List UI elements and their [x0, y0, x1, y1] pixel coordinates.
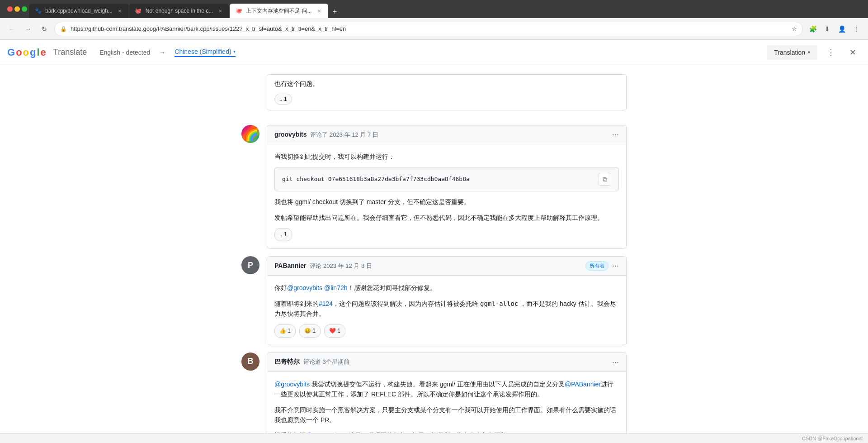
comment-more-button-baziteir[interactable]: ··· — [612, 357, 619, 367]
comment-header-groovybits: groovybits 评论了 2023 年 12 月 7 日 ··· — [267, 125, 626, 144]
lang-arrow-icon: → — [159, 49, 165, 56]
baziteir-text-2: 我不介意同时实施一个黑客解决方案，只要主分支或某个分支有一个我可以开始使用的工作… — [274, 405, 619, 425]
groovybits-reaction-dots[interactable]: .. 1 — [274, 228, 292, 241]
simple-comment-top: 也有这个问题。 .. 1 — [267, 74, 627, 110]
nav-actions: 🧩 ⬇ 👤 ⋮ — [807, 23, 863, 35]
comment-action-baziteir: 评论道 3个星期前 — [303, 358, 349, 365]
comment-content-groovybits: 当我切换到此提交时，我可以构建并运行： git checkout 07e6516… — [267, 144, 626, 248]
groovybits-text-2: 我也将 ggml/ checkout 切换到了 master 分支，但不确定这是… — [274, 197, 619, 207]
google-o2: o — [23, 47, 29, 58]
window-close-button[interactable] — [7, 6, 13, 12]
bottom-bar: CSDN @FakeOccupational — [0, 433, 868, 443]
browser-frame: 🐾 bark.cpp/download_weigh... ✕ 🐙 Not eno… — [0, 0, 868, 443]
comment-pabannier: P PABannier 评论 2023 年 12 月 8 日 所有者 ··· — [241, 256, 627, 345]
owner-badge: 所有者 — [585, 261, 609, 271]
comment-header-right-baziteir: ··· — [612, 357, 619, 367]
comment-more-button-groovybits[interactable]: ··· — [612, 130, 619, 139]
new-tab-button[interactable]: + — [329, 5, 341, 18]
title-bar: 🐾 bark.cpp/download_weigh... ✕ 🐙 Not eno… — [0, 0, 868, 18]
nav-bar: ← → ↻ 🔒 https://github-com.translate.goo… — [0, 18, 868, 40]
avatar-pabannier: P — [241, 256, 259, 274]
comment-content-baziteir: @groovybits 我尝试切换提交但不运行，构建失败。看起来 ggml/ 正… — [267, 372, 626, 433]
menu-button[interactable]: ⋮ — [850, 23, 863, 35]
author-pabannier: PABannier — [274, 262, 307, 269]
groovybits-reactions: .. 1 — [274, 228, 619, 241]
tab-title-1: bark.cpp/download_weigh... — [45, 8, 113, 14]
translate-close-button[interactable]: ✕ — [844, 44, 861, 61]
tab-bark-cpp[interactable]: 🐾 bark.cpp/download_weigh... ✕ — [29, 4, 129, 18]
profile-button[interactable]: 👤 — [835, 23, 848, 35]
copy-code-button[interactable]: ⧉ — [599, 173, 611, 186]
tab-not-enough-space[interactable]: 🐙 Not enough space in the c... ✕ — [129, 4, 229, 18]
reaction-smile[interactable]: 😄 1 — [299, 324, 321, 338]
window-maximize-button[interactable] — [22, 6, 27, 12]
address-url: https://github-com.translate.goog/PABann… — [71, 25, 788, 32]
forward-button[interactable]: → — [22, 23, 34, 35]
comment-header-baziteir: 巴奇特尔 评论道 3个星期前 ··· — [267, 353, 626, 372]
translate-bar: Google Translate English - detected → Ch… — [0, 40, 868, 65]
comment-author-meta-pabannier: PABannier 评论 2023 年 12 月 8 日 — [274, 262, 372, 270]
comment-header-right-pabannier: 所有者 ··· — [585, 261, 619, 271]
author-baziteir: 巴奇特尔 — [274, 358, 300, 365]
simple-comment-reactions: .. 1 — [274, 94, 619, 105]
comment-body-pabannier: PABannier 评论 2023 年 12 月 8 日 所有者 ··· 你好@… — [267, 256, 627, 345]
comment-more-button-pabannier[interactable]: ··· — [612, 261, 619, 271]
google-g2: g — [30, 47, 36, 58]
comment-groovybits: 🌈 groovybits 评论了 2023 年 12 月 7 日 ··· 当我切… — [241, 125, 627, 249]
issue-link-124[interactable]: #124 — [319, 300, 333, 307]
google-o1: o — [16, 47, 22, 58]
reaction-heart[interactable]: ❤️ 1 — [324, 324, 345, 338]
comment-content-pabannier: 你好@groovybits @lin72h！感谢您花时间寻找部分修复。 随着即将… — [267, 276, 626, 344]
tab-title-3: 上下文内存池空间不足·问... — [246, 7, 311, 15]
translation-dropdown-button[interactable]: Translation ▾ — [767, 45, 817, 60]
groovybits-text-3: 发帖希望能帮助找出问题所在。我会仔细查看它，但不熟悉代码，因此不确定我能在多大程… — [274, 213, 619, 223]
comment-body-groovybits: groovybits 评论了 2023 年 12 月 7 日 ··· 当我切换到… — [267, 125, 627, 249]
google-e: e — [41, 47, 46, 58]
mention-groovybits[interactable]: @groovybits — [287, 284, 322, 291]
extensions-button[interactable]: 🧩 — [807, 23, 819, 35]
target-language-label: Chinese (Simplified) — [175, 48, 231, 55]
pabannier-text-2: 随着即将到来的#124，这个问题应该得到解决，因为内存估计将被委托给 ggml-… — [274, 299, 619, 319]
pabannier-text-1: 你好@groovybits @lin72h！感谢您花时间寻找部分修复。 — [274, 283, 619, 293]
target-language-button[interactable]: Chinese (Simplified) ▾ — [175, 48, 235, 57]
mention-pabannier-2[interactable]: @PABannier — [565, 381, 601, 388]
source-language: English - detected — [99, 49, 150, 56]
downloads-button[interactable]: ⬇ — [821, 23, 834, 35]
reaction-thumbsup[interactable]: 👍 1 — [274, 324, 296, 338]
bookmark-icon[interactable]: ☆ — [792, 25, 797, 32]
comment-author-meta-groovybits: groovybits 评论了 2023 年 12 月 7 日 — [274, 131, 378, 139]
pabannier-reactions: 👍 1 😄 1 ❤️ 1 — [274, 324, 619, 338]
top-comment-section: 也有这个问题。 .. 1 — [267, 74, 627, 110]
target-language-chevron-icon: ▾ — [233, 49, 236, 54]
address-bar[interactable]: 🔒 https://github-com.translate.goog/PABa… — [54, 22, 803, 36]
translation-btn-label: Translation — [774, 49, 805, 56]
comment-action-pabannier: 评论 2023 年 12 月 8 日 — [310, 262, 372, 269]
tab-close-3[interactable]: ✕ — [316, 7, 323, 14]
mention-groovybits-2[interactable]: @groovybits — [274, 381, 310, 388]
avatar-groovybits: 🌈 — [241, 125, 259, 143]
translate-more-button[interactable]: ⋮ — [823, 44, 839, 61]
groovybits-text-1: 当我切换到此提交时，我可以构建并运行： — [274, 152, 619, 162]
watermark-text: CSDN @FakeOccupational — [802, 436, 863, 441]
author-groovybits: groovybits — [274, 131, 307, 138]
content-area[interactable]: 也有这个问题。 .. 1 🌈 groovybits 评论了 2023 年 12 … — [0, 65, 868, 433]
comment-body-baziteir: 巴奇特尔 评论道 3个星期前 ··· @groovybits 我尝试切换提交但不… — [267, 352, 627, 433]
back-button[interactable]: ← — [5, 23, 18, 35]
translation-btn-chevron-icon: ▾ — [808, 50, 810, 55]
mention-lin72h[interactable]: @lin72h — [324, 284, 348, 291]
refresh-button[interactable]: ↻ — [38, 23, 51, 35]
window-minimize-button[interactable] — [14, 6, 20, 12]
code-block-groovybits: git checkout 07e651618b3a8a27de3bfa7f733… — [274, 167, 619, 191]
avatar-baziteir: B — [241, 352, 259, 371]
google-logo: Google — [7, 47, 46, 58]
tab-close-1[interactable]: ✕ — [116, 7, 123, 14]
tab-favicon-2: 🐙 — [135, 7, 142, 14]
tab-title-2: Not enough space in the c... — [146, 8, 213, 14]
simple-comment-text: 也有这个问题。 — [274, 80, 619, 88]
lock-icon: 🔒 — [60, 26, 67, 32]
reaction-dots[interactable]: .. 1 — [274, 94, 292, 105]
tab-close-2[interactable]: ✕ — [217, 7, 224, 14]
baziteir-text-1: @groovybits 我尝试切换提交但不运行，构建失败。看起来 ggml/ 正… — [274, 379, 619, 400]
window-controls — [7, 6, 27, 12]
tab-active-issue[interactable]: 🐙 上下文内存池空间不足·问... ✕ — [230, 4, 328, 18]
